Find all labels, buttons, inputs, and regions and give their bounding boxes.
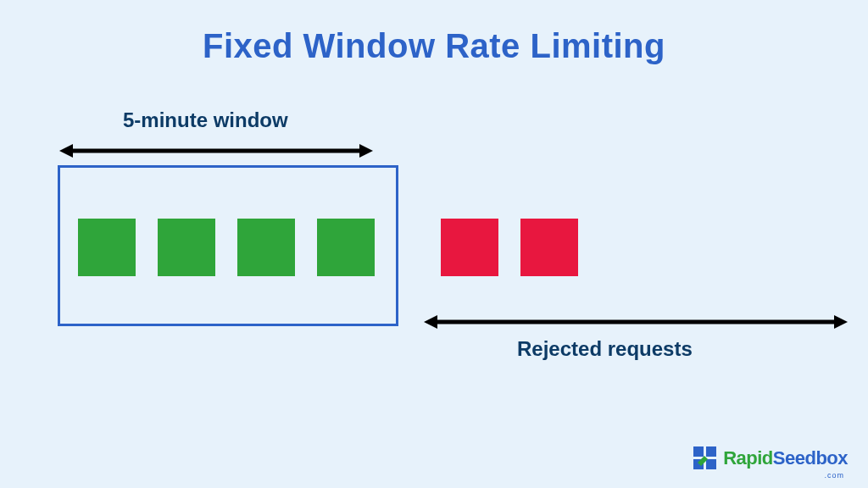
svg-marker-5 (834, 315, 848, 329)
brand-name-part2: Seedbox (773, 447, 848, 469)
svg-rect-7 (706, 446, 716, 457)
brand-logo: RapidSeedbox (693, 446, 848, 471)
svg-marker-1 (59, 144, 73, 158)
rejected-request-block (520, 219, 578, 276)
brand-name-part1: Rapid (723, 447, 773, 469)
svg-marker-4 (424, 315, 437, 329)
rejected-label: Rejected requests (517, 337, 693, 361)
window-width-arrow (59, 142, 373, 159)
svg-marker-2 (359, 144, 373, 158)
brand-name: RapidSeedbox (723, 447, 848, 469)
window-icon (693, 446, 718, 471)
accepted-request-block (317, 219, 375, 276)
accepted-request-block (237, 219, 295, 276)
brand-subtext: .com (824, 471, 844, 480)
rejected-request-block (441, 219, 498, 276)
diagram-title: Fixed Window Rate Limiting (0, 27, 868, 65)
svg-rect-9 (706, 459, 716, 469)
rejected-width-arrow (424, 313, 848, 330)
window-label: 5-minute window (123, 108, 288, 132)
accepted-request-block (78, 219, 136, 276)
svg-rect-6 (693, 446, 704, 457)
accepted-request-block (158, 219, 215, 276)
